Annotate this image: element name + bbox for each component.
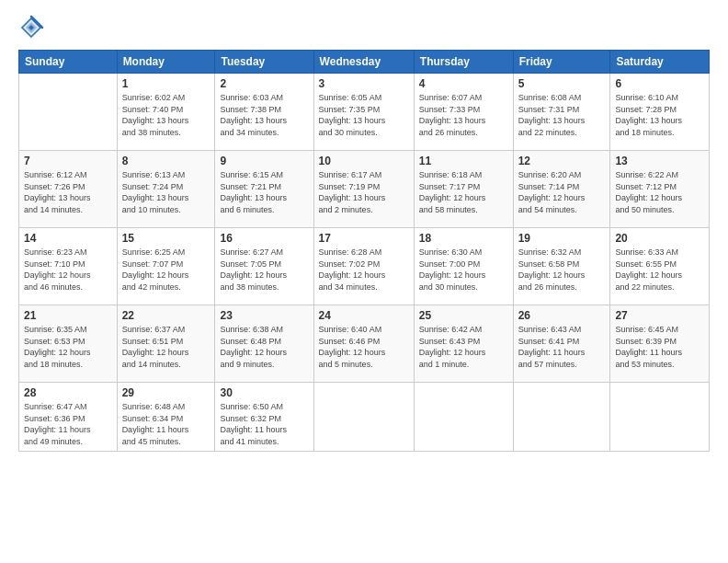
calendar-cell: 15Sunrise: 6:25 AM Sunset: 7:07 PM Dayli… [117, 228, 215, 305]
day-info: Sunrise: 6:30 AM Sunset: 7:00 PM Dayligh… [419, 247, 508, 293]
calendar-cell: 19Sunrise: 6:32 AM Sunset: 6:58 PM Dayli… [513, 228, 610, 305]
day-info: Sunrise: 6:32 AM Sunset: 6:58 PM Dayligh… [518, 247, 606, 293]
day-number: 28 [24, 386, 112, 399]
day-info: Sunrise: 6:33 AM Sunset: 6:55 PM Dayligh… [615, 247, 704, 293]
logo [18, 15, 48, 40]
day-number: 2 [220, 77, 308, 90]
day-info: Sunrise: 6:28 AM Sunset: 7:02 PM Dayligh… [319, 247, 409, 293]
calendar-cell: 28Sunrise: 6:47 AM Sunset: 6:36 PM Dayli… [19, 383, 118, 452]
day-info: Sunrise: 6:42 AM Sunset: 6:43 PM Dayligh… [419, 324, 508, 370]
calendar-cell: 2Sunrise: 6:03 AM Sunset: 7:38 PM Daylig… [215, 74, 313, 151]
day-number: 21 [24, 309, 112, 322]
calendar-header-wednesday: Wednesday [313, 51, 414, 74]
calendar-cell: 21Sunrise: 6:35 AM Sunset: 6:53 PM Dayli… [19, 305, 118, 383]
day-info: Sunrise: 6:18 AM Sunset: 7:17 PM Dayligh… [419, 169, 508, 215]
day-info: Sunrise: 6:48 AM Sunset: 6:34 PM Dayligh… [122, 401, 210, 447]
calendar-page: SundayMondayTuesdayWednesdayThursdayFrid… [0, 0, 728, 563]
day-number: 30 [220, 386, 308, 399]
day-number: 19 [518, 232, 606, 245]
calendar-cell: 13Sunrise: 6:22 AM Sunset: 7:12 PM Dayli… [610, 151, 710, 228]
calendar-cell: 5Sunrise: 6:08 AM Sunset: 7:31 PM Daylig… [513, 74, 610, 151]
day-number: 27 [615, 309, 704, 322]
calendar-table: SundayMondayTuesdayWednesdayThursdayFrid… [18, 50, 710, 452]
day-number: 12 [518, 155, 606, 167]
calendar-cell: 25Sunrise: 6:42 AM Sunset: 6:43 PM Dayli… [414, 305, 513, 383]
calendar-header-tuesday: Tuesday [215, 51, 313, 74]
calendar-header-sunday: Sunday [19, 51, 118, 74]
day-number: 16 [220, 232, 308, 245]
day-info: Sunrise: 6:17 AM Sunset: 7:19 PM Dayligh… [319, 169, 409, 215]
calendar-cell: 17Sunrise: 6:28 AM Sunset: 7:02 PM Dayli… [313, 228, 414, 305]
calendar-cell: 20Sunrise: 6:33 AM Sunset: 6:55 PM Dayli… [610, 228, 710, 305]
calendar-cell: 27Sunrise: 6:45 AM Sunset: 6:39 PM Dayli… [610, 305, 710, 383]
calendar-cell: 30Sunrise: 6:50 AM Sunset: 6:32 PM Dayli… [215, 383, 313, 452]
day-info: Sunrise: 6:13 AM Sunset: 7:24 PM Dayligh… [122, 169, 210, 215]
day-number: 10 [319, 155, 409, 167]
logo-icon [18, 15, 44, 40]
day-info: Sunrise: 6:12 AM Sunset: 7:26 PM Dayligh… [24, 169, 112, 215]
day-info: Sunrise: 6:40 AM Sunset: 6:46 PM Dayligh… [319, 324, 409, 370]
day-number: 17 [319, 232, 409, 245]
calendar-cell [313, 383, 414, 452]
day-number: 9 [220, 155, 308, 167]
calendar-header-thursday: Thursday [414, 51, 513, 74]
day-number: 5 [518, 77, 606, 90]
day-number: 8 [122, 155, 210, 167]
calendar-cell: 24Sunrise: 6:40 AM Sunset: 6:46 PM Dayli… [313, 305, 414, 383]
calendar-cell: 29Sunrise: 6:48 AM Sunset: 6:34 PM Dayli… [117, 383, 215, 452]
day-info: Sunrise: 6:43 AM Sunset: 6:41 PM Dayligh… [518, 324, 606, 370]
day-info: Sunrise: 6:38 AM Sunset: 6:48 PM Dayligh… [220, 324, 308, 370]
day-number: 3 [319, 77, 409, 90]
day-number: 23 [220, 309, 308, 322]
day-info: Sunrise: 6:10 AM Sunset: 7:28 PM Dayligh… [615, 92, 704, 138]
day-number: 11 [419, 155, 508, 167]
day-info: Sunrise: 6:03 AM Sunset: 7:38 PM Dayligh… [220, 92, 308, 138]
day-number: 26 [518, 309, 606, 322]
calendar-cell: 9Sunrise: 6:15 AM Sunset: 7:21 PM Daylig… [215, 151, 313, 228]
day-info: Sunrise: 6:23 AM Sunset: 7:10 PM Dayligh… [24, 247, 112, 293]
calendar-cell: 22Sunrise: 6:37 AM Sunset: 6:51 PM Dayli… [117, 305, 215, 383]
day-number: 18 [419, 232, 508, 245]
calendar-cell: 7Sunrise: 6:12 AM Sunset: 7:26 PM Daylig… [19, 151, 118, 228]
day-number: 13 [615, 155, 704, 167]
day-number: 7 [24, 155, 112, 167]
calendar-header-friday: Friday [513, 51, 610, 74]
calendar-cell [414, 383, 513, 452]
calendar-cell [610, 383, 710, 452]
calendar-cell: 11Sunrise: 6:18 AM Sunset: 7:17 PM Dayli… [414, 151, 513, 228]
day-info: Sunrise: 6:27 AM Sunset: 7:05 PM Dayligh… [220, 247, 308, 293]
day-number: 22 [122, 309, 210, 322]
calendar-cell: 6Sunrise: 6:10 AM Sunset: 7:28 PM Daylig… [610, 74, 710, 151]
day-number: 6 [615, 77, 704, 90]
day-info: Sunrise: 6:47 AM Sunset: 6:36 PM Dayligh… [24, 401, 112, 447]
calendar-cell: 12Sunrise: 6:20 AM Sunset: 7:14 PM Dayli… [513, 151, 610, 228]
day-info: Sunrise: 6:37 AM Sunset: 6:51 PM Dayligh… [122, 324, 210, 370]
day-number: 15 [122, 232, 210, 245]
calendar-cell: 1Sunrise: 6:02 AM Sunset: 7:40 PM Daylig… [117, 74, 215, 151]
day-number: 14 [24, 232, 112, 245]
day-number: 29 [122, 386, 210, 399]
day-number: 1 [122, 77, 210, 90]
day-info: Sunrise: 6:35 AM Sunset: 6:53 PM Dayligh… [24, 324, 112, 370]
day-number: 24 [319, 309, 409, 322]
calendar-cell: 26Sunrise: 6:43 AM Sunset: 6:41 PM Dayli… [513, 305, 610, 383]
day-info: Sunrise: 6:50 AM Sunset: 6:32 PM Dayligh… [220, 401, 308, 447]
day-number: 20 [615, 232, 704, 245]
calendar-cell: 16Sunrise: 6:27 AM Sunset: 7:05 PM Dayli… [215, 228, 313, 305]
day-info: Sunrise: 6:05 AM Sunset: 7:35 PM Dayligh… [319, 92, 409, 138]
calendar-cell [513, 383, 610, 452]
calendar-cell [19, 74, 118, 151]
calendar-cell: 18Sunrise: 6:30 AM Sunset: 7:00 PM Dayli… [414, 228, 513, 305]
day-info: Sunrise: 6:07 AM Sunset: 7:33 PM Dayligh… [419, 92, 508, 138]
calendar-header-saturday: Saturday [610, 51, 710, 74]
calendar-cell: 8Sunrise: 6:13 AM Sunset: 7:24 PM Daylig… [117, 151, 215, 228]
day-info: Sunrise: 6:08 AM Sunset: 7:31 PM Dayligh… [518, 92, 606, 138]
day-info: Sunrise: 6:25 AM Sunset: 7:07 PM Dayligh… [122, 247, 210, 293]
calendar-header-monday: Monday [117, 51, 215, 74]
calendar-cell: 10Sunrise: 6:17 AM Sunset: 7:19 PM Dayli… [313, 151, 414, 228]
day-info: Sunrise: 6:22 AM Sunset: 7:12 PM Dayligh… [615, 169, 704, 215]
calendar-cell: 14Sunrise: 6:23 AM Sunset: 7:10 PM Dayli… [19, 228, 118, 305]
day-info: Sunrise: 6:02 AM Sunset: 7:40 PM Dayligh… [122, 92, 210, 138]
day-number: 4 [419, 77, 508, 90]
calendar-cell: 4Sunrise: 6:07 AM Sunset: 7:33 PM Daylig… [414, 74, 513, 151]
